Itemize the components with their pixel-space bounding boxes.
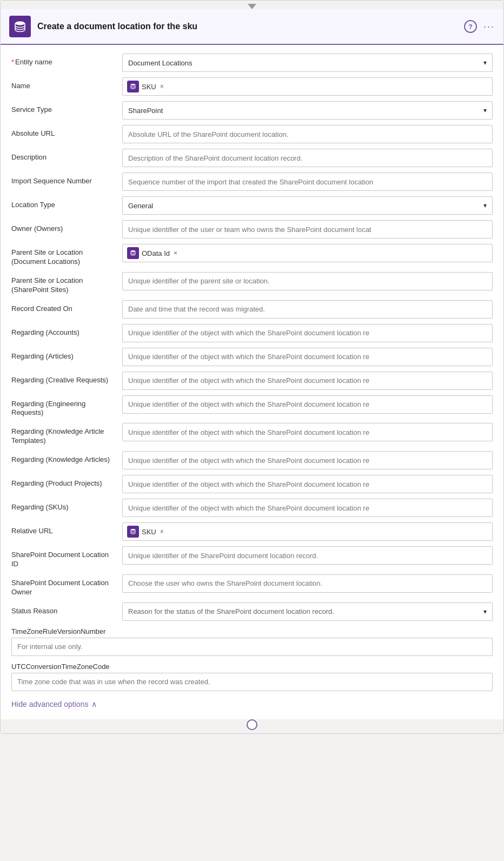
absolute-url-label: Absolute URL (11, 125, 117, 138)
absolute-url-input[interactable] (122, 125, 493, 143)
regarding-knowledge-articles-row: Regarding (Knowledge Articles) (11, 451, 493, 469)
parent-site-sp-control (122, 272, 493, 290)
location-type-control: General ▾ (122, 196, 493, 215)
sp-doc-location-owner-row: SharePoint Document Location Owner (11, 574, 493, 597)
name-tag-label: SKU (142, 83, 156, 91)
import-seq-label: Import Sequence Number (11, 173, 117, 186)
svg-point-0 (15, 22, 25, 25)
relative-url-db-icon (129, 528, 137, 535)
svg-point-2 (131, 250, 135, 252)
relative-url-row: Relative URL SKU × (11, 522, 493, 541)
timezone-rule-section: TimeZoneRuleVersionNumber (11, 627, 493, 656)
utc-conversion-input[interactable] (11, 673, 493, 691)
regarding-skus-row: Regarding (SKUs) (11, 499, 493, 517)
name-db-icon (129, 83, 137, 90)
status-reason-control: Reason for the status of the SharePoint … (122, 602, 493, 621)
regarding-knowledge-templates-label: Regarding (Knowledge Article Templates) (11, 423, 117, 446)
parent-site-doc-tag-box[interactable]: OData Id × (122, 244, 493, 262)
regarding-creative-control (122, 372, 493, 390)
regarding-accounts-input[interactable] (122, 324, 493, 342)
entity-name-label: *Entity name (11, 54, 117, 67)
regarding-engineering-row: Regarding (Engineering Requests) (11, 395, 493, 418)
sp-doc-location-id-control (122, 546, 493, 565)
sp-doc-location-id-row: SharePoint Document Location ID (11, 546, 493, 569)
status-reason-row: Status Reason Reason for the status of t… (11, 602, 493, 621)
regarding-articles-input[interactable] (122, 348, 493, 366)
regarding-product-row: Regarding (Product Projects) (11, 475, 493, 493)
connector-circle-icon (247, 719, 257, 730)
svg-point-1 (131, 84, 135, 85)
regarding-product-control (122, 475, 493, 493)
entity-name-dropdown[interactable]: Document Locations ▾ (122, 54, 493, 72)
parent-site-sp-label: Parent Site or Location (SharePoint Site… (11, 272, 117, 295)
parent-site-doc-remove-button[interactable]: × (174, 249, 177, 257)
owner-label: Owner (Owners) (11, 220, 117, 234)
hide-advanced-button[interactable]: Hide advanced options ∧ (11, 700, 493, 708)
description-row: Description (11, 149, 493, 167)
entity-name-chevron-icon: ▾ (483, 59, 487, 67)
status-reason-dropdown[interactable]: Reason for the status of the SharePoint … (122, 602, 493, 621)
regarding-knowledge-articles-control (122, 451, 493, 469)
parent-site-doc-control: OData Id × (122, 244, 493, 262)
location-type-dropdown[interactable]: General ▾ (122, 196, 493, 215)
timezone-rule-input[interactable] (11, 638, 493, 656)
service-type-dropdown[interactable]: SharePoint ▾ (122, 101, 493, 120)
parent-site-doc-tag: OData Id × (127, 247, 177, 259)
regarding-product-input[interactable] (122, 475, 493, 493)
name-control: SKU × (122, 77, 493, 96)
connector-top (1, 1, 503, 9)
name-tag-remove-button[interactable]: × (160, 83, 164, 90)
sp-doc-location-id-label: SharePoint Document Location ID (11, 546, 117, 569)
sp-doc-location-id-input[interactable] (122, 546, 493, 565)
help-button[interactable]: ? (464, 20, 477, 33)
utc-conversion-section: UTCConversionTimeZoneCode (11, 663, 493, 691)
import-seq-row: Import Sequence Number (11, 173, 493, 191)
parent-site-sp-row: Parent Site or Location (SharePoint Site… (11, 272, 493, 295)
status-reason-chevron-icon: ▾ (483, 608, 487, 615)
panel-title: Create a document location for the sku (37, 22, 457, 31)
relative-url-tag-box[interactable]: SKU × (122, 522, 493, 541)
relative-url-tag: SKU × (127, 526, 164, 538)
parent-site-sp-input[interactable] (122, 272, 493, 290)
record-created-input[interactable] (122, 300, 493, 319)
absolute-url-row: Absolute URL (11, 125, 493, 143)
location-type-row: Location Type General ▾ (11, 196, 493, 215)
relative-url-control: SKU × (122, 522, 493, 541)
regarding-skus-input[interactable] (122, 499, 493, 517)
panel-header: Create a document location for the sku ?… (1, 9, 503, 45)
arrow-down-icon (248, 4, 256, 9)
description-input[interactable] (122, 149, 493, 167)
record-created-row: Record Created On (11, 300, 493, 319)
svg-point-3 (131, 529, 135, 531)
service-type-label: Service Type (11, 101, 117, 115)
sp-doc-location-owner-input[interactable] (122, 574, 493, 593)
relative-url-tag-label: SKU (142, 528, 156, 536)
regarding-engineering-input[interactable] (122, 395, 493, 414)
import-seq-input[interactable] (122, 173, 493, 191)
regarding-knowledge-articles-input[interactable] (122, 451, 493, 469)
service-type-control: SharePoint ▾ (122, 101, 493, 120)
owner-input[interactable] (122, 220, 493, 239)
regarding-articles-label: Regarding (Articles) (11, 348, 117, 361)
service-type-chevron-icon: ▾ (483, 107, 487, 114)
description-label: Description (11, 149, 117, 162)
regarding-creative-row: Regarding (Creative Requests) (11, 372, 493, 390)
service-type-row: Service Type SharePoint ▾ (11, 101, 493, 120)
import-seq-control (122, 173, 493, 191)
regarding-skus-label: Regarding (SKUs) (11, 499, 117, 512)
regarding-knowledge-templates-row: Regarding (Knowledge Article Templates) (11, 423, 493, 446)
panel-body: *Entity name Document Locations ▾ Name (1, 45, 503, 719)
parent-site-doc-tag-label: OData Id (142, 249, 170, 257)
utc-conversion-label: UTCConversionTimeZoneCode (11, 663, 493, 671)
relative-url-remove-button[interactable]: × (160, 528, 164, 535)
name-tag-box[interactable]: SKU × (122, 77, 493, 96)
more-options-button[interactable]: ··· (483, 21, 495, 32)
regarding-creative-input[interactable] (122, 372, 493, 390)
connector-bottom (1, 719, 503, 733)
regarding-engineering-control (122, 395, 493, 414)
owner-control (122, 220, 493, 239)
hide-advanced-chevron-icon: ∧ (91, 700, 97, 708)
sp-doc-location-owner-control (122, 574, 493, 593)
regarding-knowledge-templates-input[interactable] (122, 423, 493, 441)
parent-site-doc-label: Parent Site or Location (Document Locati… (11, 244, 117, 267)
